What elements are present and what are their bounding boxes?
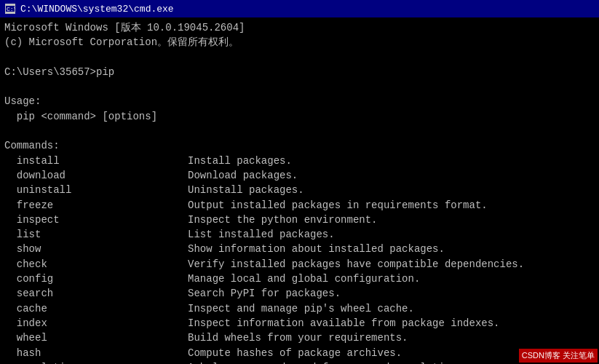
terminal-line: wheel Build wheels from your requirement…: [4, 331, 595, 345]
title-bar: C:\ C:\WINDOWS\system32\cmd.exe: [0, 0, 599, 17]
terminal-line: install Install packages.: [4, 154, 595, 168]
terminal-line: search Search PyPI for packages.: [4, 286, 595, 301]
svg-text:C:\: C:\: [7, 6, 15, 12]
terminal-line: completion A helper command used for com…: [4, 360, 595, 364]
terminal-line: [4, 79, 595, 94]
terminal-line: list List installed packages.: [4, 227, 595, 242]
terminal-line: [4, 50, 595, 65]
terminal-line: index Inspect information available from…: [4, 316, 595, 331]
terminal-line: Commands:: [4, 138, 595, 153]
watermark: CSDN博客 关注笔单: [519, 349, 598, 363]
terminal-line: download Download packages.: [4, 168, 595, 183]
terminal-line: check Verify installed packages have com…: [4, 257, 595, 272]
terminal-line: cache Inspect and manage pip's wheel cac…: [4, 301, 595, 316]
title-bar-icon: C:\: [4, 3, 16, 15]
terminal-line: Microsoft Windows [版本 10.0.19045.2604]: [4, 20, 595, 35]
terminal-line: Usage:: [4, 94, 595, 108]
terminal-line: (c) Microsoft Corporation。保留所有权利。: [4, 35, 595, 50]
terminal-line: pip <command> [options]: [4, 109, 595, 124]
terminal-line: uninstall Uninstall packages.: [4, 183, 595, 197]
terminal-line: show Show information about installed pa…: [4, 242, 595, 256]
title-bar-title: C:\WINDOWS\system32\cmd.exe: [20, 4, 174, 15]
terminal-line: [4, 124, 595, 138]
terminal-line: config Manage local and global configura…: [4, 272, 595, 286]
terminal: Microsoft Windows [版本 10.0.19045.2604](c…: [0, 17, 599, 364]
terminal-line: freeze Output installed packages in requ…: [4, 198, 595, 213]
terminal-line: inspect Inspect the python environment.: [4, 213, 595, 227]
terminal-line: hash Compute hashes of package archives.: [4, 346, 595, 360]
terminal-line: C:\Users\35657>pip: [4, 65, 595, 79]
